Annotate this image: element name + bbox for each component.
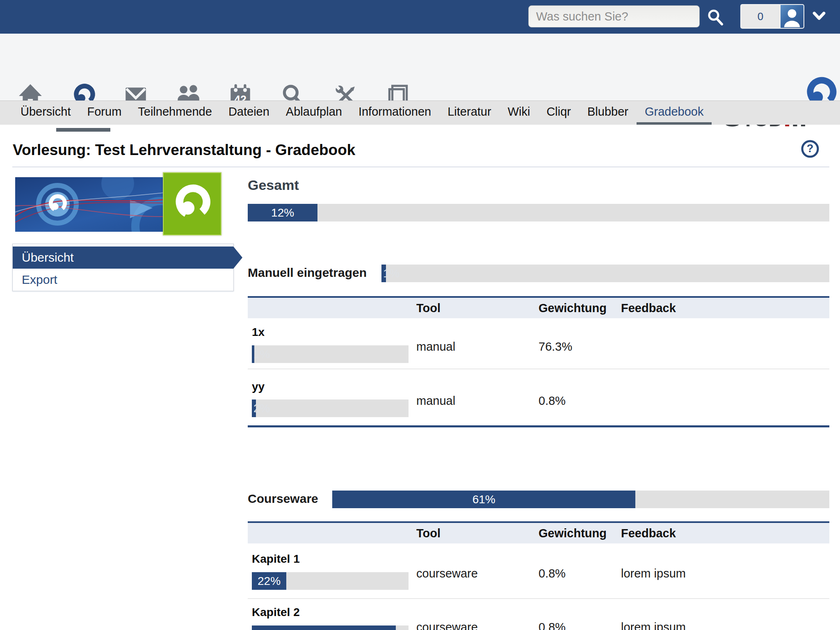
search-submit-button[interactable] xyxy=(706,8,724,26)
tab-wiki[interactable]: Wiki xyxy=(500,101,539,125)
sidebar-item-export[interactable]: Export xyxy=(13,269,233,291)
tab-forum[interactable]: Forum xyxy=(79,101,130,125)
gradebook-content: Gesamt 12% Manuell eingetragen 1% Tool G… xyxy=(248,168,829,630)
row-divider xyxy=(248,598,829,599)
row-progressbar: 2% xyxy=(252,399,409,417)
overall-progressbar: 12% xyxy=(248,204,829,221)
tab-cliqr[interactable]: Cliqr xyxy=(538,101,579,125)
tab-blubber[interactable]: Blubber xyxy=(579,101,637,125)
chevron-down-icon xyxy=(812,10,826,23)
column-header-tool: Tool xyxy=(416,298,441,318)
column-header-gewichtung: Gewichtung xyxy=(539,298,607,318)
cell-tool: manual xyxy=(416,340,455,354)
active-item-arrow xyxy=(233,247,242,269)
sidebar-item-label: Export xyxy=(22,273,57,286)
studip-gradebook-page: 0 xyxy=(0,0,840,630)
tab-gradebook[interactable]: Gradebook xyxy=(637,101,712,125)
top-bar: 0 xyxy=(0,0,840,34)
main-icon-toolbar: 42 xyxy=(0,34,840,100)
search-input[interactable] xyxy=(528,5,700,27)
cell-feedback: lorem ipsum xyxy=(621,621,686,630)
row-name: Kapitel 1 xyxy=(252,552,300,566)
search-form xyxy=(528,5,700,27)
overall-progress-value: 12% xyxy=(271,204,294,221)
row-progressbar: 1% xyxy=(252,345,409,363)
cell-tool: courseware xyxy=(416,621,478,630)
course-avatar-logo xyxy=(163,172,221,235)
row-progressbar: 92% xyxy=(252,625,409,630)
column-header-feedback: Feedback xyxy=(621,298,676,318)
section-progress-value: 61% xyxy=(472,491,495,508)
page-title: Vorlesung: Test Lehrveranstaltung - Grad… xyxy=(13,142,355,159)
section-progressbar-courseware: 61% xyxy=(332,491,829,508)
cell-feedback: lorem ipsum xyxy=(621,567,686,580)
row-name: Kapitel 2 xyxy=(252,606,300,619)
table-header-courseware: Tool Gewichtung Feedback xyxy=(248,521,829,543)
column-header-tool: Tool xyxy=(416,523,441,543)
cell-tool: manual xyxy=(416,394,455,408)
sidebar-menu: Übersicht Export xyxy=(12,244,234,291)
notification-counter[interactable]: 0 xyxy=(740,4,780,29)
tab-teilnehmende[interactable]: Teilnehmende xyxy=(130,101,220,125)
cell-gewichtung: 0.8% xyxy=(539,621,566,630)
user-widget: 0 xyxy=(740,4,830,29)
column-header-feedback: Feedback xyxy=(621,523,676,543)
row-name: yy xyxy=(252,380,265,393)
user-menu-chevron[interactable] xyxy=(812,4,830,29)
tab-informationen[interactable]: Informationen xyxy=(350,101,439,125)
help-button[interactable]: ? xyxy=(801,139,819,158)
row-progress-value: 1% xyxy=(253,345,270,363)
avatar[interactable] xyxy=(780,4,804,29)
cell-gewichtung: 76.3% xyxy=(539,340,572,354)
tab-dateien[interactable]: Dateien xyxy=(220,101,278,125)
cell-gewichtung: 0.8% xyxy=(539,394,566,408)
svg-text:?: ? xyxy=(807,142,814,155)
cell-gewichtung: 0.8% xyxy=(539,567,566,580)
row-progressbar: 22% xyxy=(252,572,409,590)
section-heading-manual: Manuell eingetragen xyxy=(248,266,367,280)
table-header-manual: Tool Gewichtung Feedback xyxy=(248,296,829,318)
course-tab-bar: Übersicht Forum Teilnehmende Dateien Abl… xyxy=(0,100,840,125)
row-divider xyxy=(248,369,829,369)
row-name: 1x xyxy=(252,326,265,339)
column-header-gewichtung: Gewichtung xyxy=(539,523,607,543)
section-progress-value: 1% xyxy=(383,265,399,282)
title-divider xyxy=(12,167,829,167)
row-progress-value: 92% xyxy=(313,625,336,630)
tab-literatur[interactable]: Literatur xyxy=(439,101,499,125)
section-progressbar-manual: 1% xyxy=(381,265,829,282)
sidebar-item-label: Übersicht xyxy=(22,251,74,264)
row-progress-value: 22% xyxy=(258,572,281,590)
search-icon xyxy=(706,21,724,27)
tab-uebersicht[interactable]: Übersicht xyxy=(12,101,79,125)
help-icon: ? xyxy=(801,153,819,160)
sidebar-item-uebersicht[interactable]: Übersicht xyxy=(13,247,233,269)
tab-ablaufplan[interactable]: Ablaufplan xyxy=(278,101,350,125)
row-progress-value: 2% xyxy=(253,399,270,417)
overall-heading: Gesamt xyxy=(248,177,299,193)
active-icon-underline xyxy=(56,128,110,132)
section-heading-courseware: Courseware xyxy=(248,492,318,506)
table-bottom-border xyxy=(248,425,829,427)
cell-tool: courseware xyxy=(416,567,478,580)
